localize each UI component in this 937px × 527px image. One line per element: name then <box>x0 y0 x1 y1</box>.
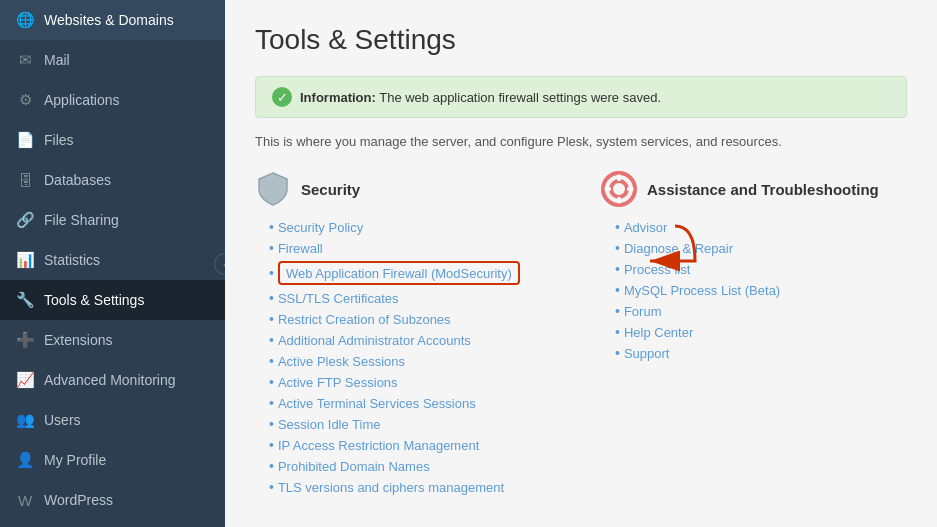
sidebar-item-extensions[interactable]: ➕Extensions <box>0 320 225 360</box>
sidebar-label-wordpress: WordPress <box>44 492 209 508</box>
sidebar-item-tools-settings[interactable]: 🔧Tools & Settings <box>0 280 225 320</box>
file-sharing-icon: 🔗 <box>16 211 34 229</box>
list-item: Diagnose & Repair <box>615 240 907 256</box>
list-item: Active Plesk Sessions <box>269 353 561 369</box>
advanced-monitoring-icon: 📈 <box>16 371 34 389</box>
sidebar-label-websites-domains: Websites & Domains <box>44 12 209 28</box>
list-item: Active FTP Sessions <box>269 374 561 390</box>
link-active-ftp-sessions[interactable]: Active FTP Sessions <box>278 375 398 390</box>
list-item: Firewall <box>269 240 561 256</box>
list-item: Prohibited Domain Names <box>269 458 561 474</box>
sidebar-label-files: Files <box>44 132 209 148</box>
description-text: This is where you manage the server, and… <box>255 134 907 149</box>
sidebar-item-file-sharing[interactable]: 🔗File Sharing <box>0 200 225 240</box>
sidebar-item-files[interactable]: 📄Files <box>0 120 225 160</box>
list-item: Advisor <box>615 219 907 235</box>
section-links-security: Security PolicyFirewallWeb Application F… <box>255 219 561 495</box>
link-session-idle-time[interactable]: Session Idle Time <box>278 417 381 432</box>
section-links-assistance: AdvisorDiagnose & RepairProcess listMySQ… <box>601 219 907 361</box>
link-forum[interactable]: Forum <box>624 304 662 319</box>
link-security-policy[interactable]: Security Policy <box>278 220 363 235</box>
link-restrict-creation-of-subzones[interactable]: Restrict Creation of Subzones <box>278 312 451 327</box>
link-ssl/tls-certificates[interactable]: SSL/TLS Certificates <box>278 291 399 306</box>
link-web-application-firewall-modsecurity[interactable]: Web Application Firewall (ModSecurity) <box>286 266 512 281</box>
list-item: SSL/TLS Certificates <box>269 290 561 306</box>
highlighted-link-wrapper: Web Application Firewall (ModSecurity) <box>278 261 520 285</box>
sidebar-label-applications: Applications <box>44 92 209 108</box>
list-item: Session Idle Time <box>269 416 561 432</box>
link-additional-administrator-accounts[interactable]: Additional Administrator Accounts <box>278 333 471 348</box>
section-header-security: Security <box>255 171 561 207</box>
info-icon: ✓ <box>272 87 292 107</box>
list-item: Process list <box>615 261 907 277</box>
sidebar-label-my-profile: My Profile <box>44 452 209 468</box>
info-message: The web application firewall settings we… <box>376 90 661 105</box>
info-text: Information: The web application firewal… <box>300 90 661 105</box>
link-process-list[interactable]: Process list <box>624 262 690 277</box>
sidebar-item-applications[interactable]: ⚙Applications <box>0 80 225 120</box>
link-active-terminal-services-sessions[interactable]: Active Terminal Services Sessions <box>278 396 476 411</box>
link-diagnose-&-repair[interactable]: Diagnose & Repair <box>624 241 733 256</box>
section-title-security: Security <box>301 181 360 198</box>
section-icon-assistance <box>601 171 637 207</box>
svg-point-2 <box>611 181 627 197</box>
sidebar-label-databases: Databases <box>44 172 209 188</box>
list-item: MySQL Process List (Beta) <box>615 282 907 298</box>
list-item: Support <box>615 345 907 361</box>
list-item: Help Center <box>615 324 907 340</box>
files-icon: 📄 <box>16 131 34 149</box>
link-firewall[interactable]: Firewall <box>278 241 323 256</box>
list-item: Restrict Creation of Subzones <box>269 311 561 327</box>
wordpress-icon: W <box>16 491 34 509</box>
link-active-plesk-sessions[interactable]: Active Plesk Sessions <box>278 354 405 369</box>
sidebar-label-statistics: Statistics <box>44 252 209 268</box>
sidebar-item-mail[interactable]: ✉Mail <box>0 40 225 80</box>
list-item: TLS versions and ciphers management <box>269 479 561 495</box>
page-title: Tools & Settings <box>255 24 907 56</box>
websites-domains-icon: 🌐 <box>16 11 34 29</box>
sidebar-label-advanced-monitoring: Advanced Monitoring <box>44 372 209 388</box>
list-item: Forum <box>615 303 907 319</box>
link-advisor[interactable]: Advisor <box>624 220 667 235</box>
section-icon-security <box>255 171 291 207</box>
link-prohibited-domain-names[interactable]: Prohibited Domain Names <box>278 459 430 474</box>
sidebar-label-mail: Mail <box>44 52 209 68</box>
sidebar-item-users[interactable]: 👥Users <box>0 400 225 440</box>
sidebar-item-wordpress[interactable]: WWordPress <box>0 480 225 520</box>
sections-row: SecuritySecurity PolicyFirewallWeb Appli… <box>255 171 907 500</box>
sidebar-label-users: Users <box>44 412 209 428</box>
info-bold: Information: <box>300 90 376 105</box>
extensions-icon: ➕ <box>16 331 34 349</box>
list-item: Web Application Firewall (ModSecurity) <box>269 261 561 285</box>
sidebar-item-statistics[interactable]: 📊Statistics <box>0 240 225 280</box>
users-icon: 👥 <box>16 411 34 429</box>
list-item: Additional Administrator Accounts <box>269 332 561 348</box>
list-item: Active Terminal Services Sessions <box>269 395 561 411</box>
sidebar-item-my-profile[interactable]: 👤My Profile <box>0 440 225 480</box>
section-assistance: Assistance and TroubleshootingAdvisorDia… <box>601 171 907 500</box>
sidebar: 🌐Websites & Domains✉Mail⚙Applications📄Fi… <box>0 0 225 527</box>
sidebar-item-seo-toolkit[interactable]: 📋SEO Toolkit <box>0 520 225 527</box>
link-tls-versions-and-ciphers-management[interactable]: TLS versions and ciphers management <box>278 480 504 495</box>
list-item: IP Access Restriction Management <box>269 437 561 453</box>
list-item: Security Policy <box>269 219 561 235</box>
sidebar-item-databases[interactable]: 🗄Databases <box>0 160 225 200</box>
sidebar-item-websites-domains[interactable]: 🌐Websites & Domains <box>0 0 225 40</box>
applications-icon: ⚙ <box>16 91 34 109</box>
link-support[interactable]: Support <box>624 346 670 361</box>
sidebar-label-file-sharing: File Sharing <box>44 212 209 228</box>
section-header-assistance: Assistance and Troubleshooting <box>601 171 907 207</box>
info-banner: ✓ Information: The web application firew… <box>255 76 907 118</box>
sidebar-label-tools-settings: Tools & Settings <box>44 292 209 308</box>
section-title-assistance: Assistance and Troubleshooting <box>647 181 879 198</box>
main-content: Tools & Settings ✓ Information: The web … <box>225 0 937 527</box>
mail-icon: ✉ <box>16 51 34 69</box>
link-help-center[interactable]: Help Center <box>624 325 693 340</box>
section-security: SecuritySecurity PolicyFirewallWeb Appli… <box>255 171 561 500</box>
link-ip-access-restriction-management[interactable]: IP Access Restriction Management <box>278 438 479 453</box>
tools-settings-icon: 🔧 <box>16 291 34 309</box>
my-profile-icon: 👤 <box>16 451 34 469</box>
link-mysql-process-list-beta[interactable]: MySQL Process List (Beta) <box>624 283 780 298</box>
sidebar-item-advanced-monitoring[interactable]: 📈Advanced Monitoring <box>0 360 225 400</box>
databases-icon: 🗄 <box>16 171 34 189</box>
